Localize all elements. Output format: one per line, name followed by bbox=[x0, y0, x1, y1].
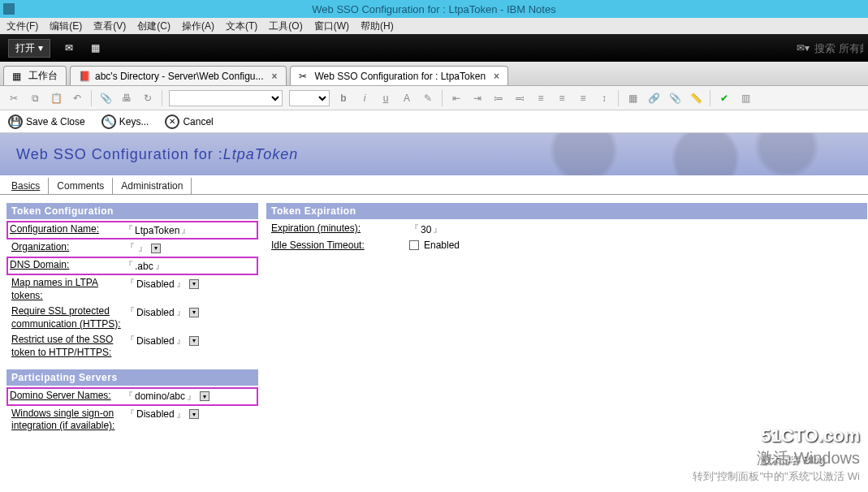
app-icon bbox=[3, 3, 15, 15]
cancel-button[interactable]: ✕ Cancel bbox=[165, 114, 213, 129]
highlight-icon[interactable]: ✎ bbox=[421, 92, 435, 105]
menu-file[interactable]: 文件(F) bbox=[6, 19, 38, 33]
formtab-basics[interactable]: Basics bbox=[3, 178, 49, 194]
ruler-icon[interactable]: 📏 bbox=[689, 92, 703, 105]
paste-icon[interactable]: 📋 bbox=[49, 92, 63, 105]
font-color-icon[interactable]: A bbox=[399, 92, 414, 105]
keys-label: Keys... bbox=[119, 116, 149, 127]
form-banner: Web SSO Configuration for : LtpaToken bbox=[0, 133, 868, 175]
cancel-label: Cancel bbox=[183, 116, 213, 127]
row-require-ssl: Require SSL protected communication (HTT… bbox=[6, 304, 258, 332]
link-icon[interactable]: 🔗 bbox=[646, 92, 661, 105]
banner-prefix: Web SSO Configuration for : bbox=[16, 146, 223, 163]
separator bbox=[91, 90, 92, 106]
indent-right-icon[interactable]: ⇥ bbox=[470, 92, 485, 105]
main-toolbar: 打开 ▾ ✉ ▦ ✉▾ bbox=[0, 34, 868, 62]
menu-view[interactable]: 查看(V) bbox=[93, 19, 126, 33]
menu-create[interactable]: 创建(C) bbox=[137, 19, 171, 33]
attach-icon[interactable]: 📎 bbox=[98, 92, 113, 105]
menu-edit[interactable]: 编辑(E) bbox=[50, 19, 82, 33]
tab-label: Web SSO Configuration for : LtpaToken bbox=[315, 71, 486, 82]
tab-websso[interactable]: ✂ Web SSO Configuration for : LtpaToken … bbox=[290, 66, 509, 85]
props-icon[interactable]: ▥ bbox=[738, 92, 753, 105]
menu-text[interactable]: 文本(T) bbox=[226, 19, 257, 33]
document-tab-bar: ▦ 工作台 📕 abc's Directory - Server\Web Con… bbox=[0, 62, 868, 86]
dropdown-icon[interactable]: ▾ bbox=[189, 308, 199, 317]
menu-help[interactable]: 帮助(H) bbox=[361, 19, 394, 33]
mail-dropdown-icon[interactable]: ✉▾ bbox=[797, 42, 810, 54]
tab-workspace[interactable]: ▦ 工作台 bbox=[3, 66, 67, 85]
field-windows-sso[interactable]: 『Disabled』▾ bbox=[125, 408, 253, 421]
keys-button[interactable]: 🔧 Keys... bbox=[101, 114, 149, 129]
dropdown-icon[interactable]: ▾ bbox=[189, 336, 199, 346]
field-dns-domain[interactable]: 『.abc』 bbox=[123, 259, 255, 273]
number-list-icon[interactable]: ≕ bbox=[512, 92, 527, 105]
dropdown-icon[interactable]: ▾ bbox=[189, 279, 199, 289]
underline-icon[interactable]: u bbox=[378, 92, 393, 105]
section-token-expiration: Token Expiration bbox=[266, 203, 867, 219]
book-icon: 📕 bbox=[79, 71, 90, 82]
chevron-down-icon: ▾ bbox=[38, 42, 43, 54]
check-icon[interactable]: ✔ bbox=[717, 92, 732, 105]
workspace-icon: ▦ bbox=[12, 71, 24, 82]
idle-checkbox[interactable] bbox=[409, 240, 419, 250]
field-organization[interactable]: 『』▾ bbox=[125, 241, 253, 255]
menu-tools[interactable]: 工具(O) bbox=[269, 19, 302, 33]
row-domino-servers: Domino Server Names: 『domino/abc』▾ bbox=[6, 387, 258, 406]
row-config-name: Configuration Name: 『LtpaToken』 bbox=[6, 221, 258, 240]
attach2-icon[interactable]: 📎 bbox=[667, 92, 682, 105]
font-size-combo[interactable] bbox=[289, 90, 330, 106]
close-icon[interactable]: × bbox=[271, 71, 277, 82]
label-require-ssl: Require SSL protected communication (HTT… bbox=[11, 305, 125, 330]
field-restrict-sso[interactable]: 『Disabled』▾ bbox=[125, 334, 253, 347]
align-right-icon[interactable]: ≡ bbox=[576, 92, 590, 105]
italic-icon[interactable]: i bbox=[357, 92, 372, 105]
close-icon[interactable]: × bbox=[494, 71, 499, 82]
refresh-icon[interactable]: ↻ bbox=[140, 92, 155, 105]
table-icon[interactable]: ▦ bbox=[625, 92, 640, 105]
separator bbox=[442, 90, 443, 106]
keys-icon: 🔧 bbox=[101, 114, 116, 129]
menu-bar: 文件(F) 编辑(E) 查看(V) 创建(C) 操作(A) 文本(T) 工具(O… bbox=[0, 18, 868, 34]
dropdown-icon[interactable]: ▾ bbox=[189, 409, 199, 419]
label-domino-servers: Domino Server Names: bbox=[10, 390, 123, 403]
print-icon[interactable]: 🖶 bbox=[119, 92, 134, 105]
search-input[interactable] bbox=[814, 42, 863, 54]
field-idle-timeout: Enabled bbox=[409, 240, 862, 251]
world-map-graphic bbox=[462, 133, 868, 175]
field-require-ssl[interactable]: 『Disabled』▾ bbox=[125, 305, 253, 319]
field-map-names[interactable]: 『Disabled』▾ bbox=[125, 277, 253, 291]
cancel-icon: ✕ bbox=[165, 114, 179, 129]
copy-icon[interactable]: ⧉ bbox=[28, 92, 42, 105]
dropdown-icon[interactable]: ▾ bbox=[151, 244, 161, 253]
tab-directory[interactable]: 📕 abc's Directory - Server\Web Configu..… bbox=[70, 66, 287, 85]
menu-window[interactable]: 窗口(W) bbox=[314, 19, 349, 33]
field-expiration[interactable]: 『30』 bbox=[409, 222, 862, 236]
line-spacing-icon[interactable]: ↕ bbox=[597, 92, 611, 105]
bold-icon[interactable]: b bbox=[336, 92, 351, 105]
save-close-button[interactable]: 💾 Save & Close bbox=[8, 114, 85, 129]
label-dns-domain: DNS Domain: bbox=[10, 259, 123, 272]
indent-left-icon[interactable]: ⇤ bbox=[449, 92, 464, 105]
field-domino-servers[interactable]: 『domino/abc』▾ bbox=[123, 390, 255, 404]
bullet-list-icon[interactable]: ≔ bbox=[491, 92, 506, 105]
open-button[interactable]: 打开 ▾ bbox=[8, 39, 50, 58]
field-config-name[interactable]: 『LtpaToken』 bbox=[123, 223, 255, 237]
label-idle-timeout: Idle Session Timeout: bbox=[271, 240, 409, 252]
window-title: Web SSO Configuration for : LtpaToken - … bbox=[312, 3, 555, 15]
formtab-admin[interactable]: Administration bbox=[113, 178, 192, 194]
font-family-combo[interactable] bbox=[169, 90, 283, 106]
mail-icon[interactable]: ✉ bbox=[62, 41, 76, 55]
menu-action[interactable]: 操作(A) bbox=[182, 19, 214, 33]
undo-icon[interactable]: ↶ bbox=[70, 92, 84, 105]
cut-icon[interactable]: ✂ bbox=[6, 92, 21, 105]
separator bbox=[618, 90, 619, 106]
save-icon: 💾 bbox=[8, 114, 23, 129]
formtab-comments[interactable]: Comments bbox=[49, 178, 113, 194]
calendar-icon[interactable]: ▦ bbox=[88, 41, 102, 55]
align-center-icon[interactable]: ≡ bbox=[555, 92, 569, 105]
row-map-names: Map names in LTPA tokens: 『Disabled』▾ bbox=[6, 275, 258, 304]
align-left-icon[interactable]: ≡ bbox=[533, 92, 548, 105]
idle-label: Enabled bbox=[424, 240, 460, 251]
dropdown-icon[interactable]: ▾ bbox=[200, 391, 209, 401]
